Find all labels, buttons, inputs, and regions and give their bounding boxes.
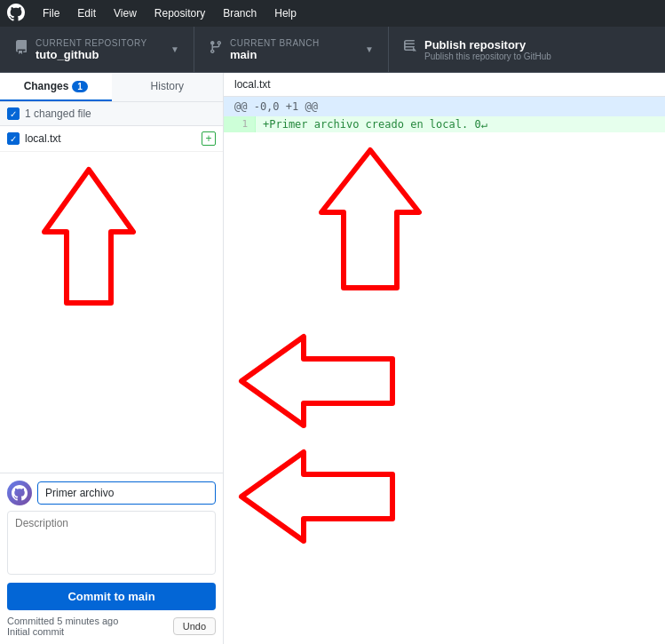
menu-repository[interactable]: Repository <box>147 4 212 23</box>
tab-history[interactable]: History <box>112 73 224 101</box>
commit-message-input[interactable] <box>37 481 216 505</box>
menu-edit[interactable]: Edit <box>70 4 103 23</box>
menu-help[interactable]: Help <box>267 4 304 23</box>
publish-icon <box>403 40 417 59</box>
tab-changes[interactable]: Changes1 <box>0 73 112 101</box>
right-panel: local.txt @@ -0,0 +1 @@ 1 +Primer archiv… <box>224 73 665 644</box>
toolbar: Current repository tuto_github ▼ Current… <box>0 27 665 73</box>
main-layout: Changes1 History ✓ 1 changed file ✓ loca… <box>0 73 665 644</box>
menu-branch[interactable]: Branch <box>216 4 264 23</box>
left-arrow-2 <box>233 425 410 568</box>
branch-icon <box>209 40 223 59</box>
svg-marker-3 <box>241 452 392 541</box>
repo-label: Current repository <box>36 38 147 48</box>
menu-view[interactable]: View <box>107 4 144 23</box>
diff-line-1: 1 +Primer archivo creado en local. 0↵ <box>224 116 665 132</box>
commit-description-input[interactable] <box>7 511 216 575</box>
diff-line-content: +Primer archivo creado en local. 0↵ <box>256 116 665 132</box>
committed-time: Committed 5 minutes ago <box>7 616 118 626</box>
initial-commit-label: Initial commit <box>7 626 118 637</box>
file-list-item[interactable]: ✓ local.txt + <box>0 126 223 152</box>
branch-info: Current branch main <box>230 38 320 61</box>
diff-file-header: local.txt <box>224 73 665 97</box>
changed-files-count: 1 changed file <box>25 107 91 120</box>
svg-marker-2 <box>241 337 392 425</box>
undo-button[interactable]: Undo <box>173 617 216 635</box>
publish-desc: Publish this repository to GitHub <box>424 52 551 61</box>
user-avatar <box>7 481 32 505</box>
diff-area: @@ -0,0 +1 @@ 1 +Primer archivo creado e… <box>224 97 665 644</box>
menu-file[interactable]: File <box>36 4 67 23</box>
publish-label: Publish repository <box>424 38 551 52</box>
github-logo-icon <box>7 4 25 24</box>
file-checkbox[interactable]: ✓ <box>7 132 20 145</box>
up-arrow-left <box>18 161 160 338</box>
svg-marker-1 <box>321 150 419 288</box>
repo-name: tuto_github <box>36 48 147 61</box>
up-arrow-right <box>295 141 446 319</box>
branch-name: main <box>230 48 320 61</box>
right-arrows-container <box>224 132 665 470</box>
file-name-label: local.txt <box>25 132 196 145</box>
changes-summary: ✓ 1 changed file <box>0 102 223 126</box>
file-add-icon: + <box>202 131 216 146</box>
select-all-checkbox[interactable]: ✓ <box>7 107 20 120</box>
repo-chevron-icon: ▼ <box>170 44 179 54</box>
commit-message-row <box>7 481 216 505</box>
diff-range: @@ -0,0 +1 @@ <box>234 100 318 113</box>
commit-area: Commit to main Committed 5 minutes ago I… <box>0 473 223 644</box>
commit-footer: Committed 5 minutes ago Initial commit U… <box>7 616 216 637</box>
diff-file-name: local.txt <box>234 78 271 91</box>
diff-line-num: 1 <box>224 116 256 132</box>
changes-count-badge: 1 <box>72 81 88 92</box>
current-repository-button[interactable]: Current repository tuto_github ▼ <box>0 27 194 72</box>
commit-status-text: Committed 5 minutes ago Initial commit <box>7 616 118 637</box>
branch-chevron-icon: ▼ <box>365 44 374 54</box>
tabs: Changes1 History <box>0 73 223 102</box>
current-branch-button[interactable]: Current branch main ▼ <box>194 27 389 72</box>
commit-button[interactable]: Commit to main <box>7 583 216 610</box>
svg-marker-0 <box>44 170 133 303</box>
repository-info: Current repository tuto_github <box>36 38 147 61</box>
menu-bar: File Edit View Repository Branch Help <box>0 0 665 27</box>
repository-icon <box>14 40 28 59</box>
publish-info: Publish repository Publish this reposito… <box>424 38 551 61</box>
diff-hunk-header: @@ -0,0 +1 @@ <box>224 97 665 116</box>
left-panel: Changes1 History ✓ 1 changed file ✓ loca… <box>0 73 224 644</box>
branch-label: Current branch <box>230 38 320 48</box>
left-arrows-area <box>0 152 223 473</box>
publish-repository-button[interactable]: Publish repository Publish this reposito… <box>389 27 665 72</box>
